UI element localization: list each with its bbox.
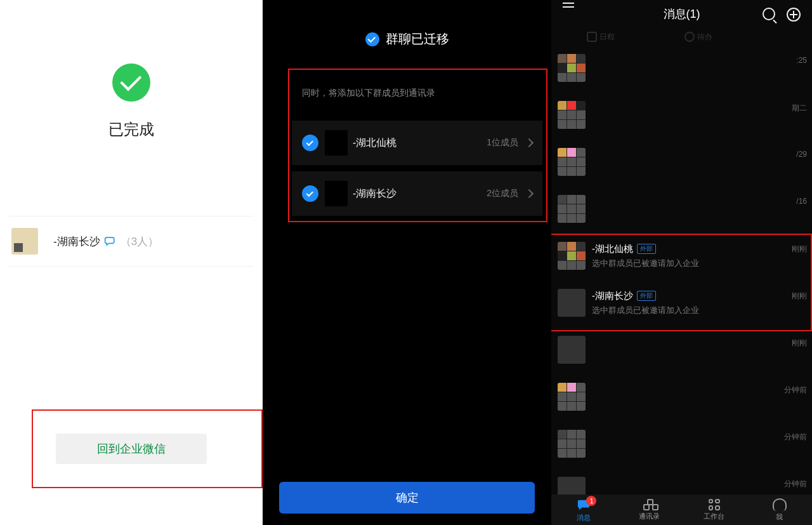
chat-time: 分钟前 — [784, 432, 807, 442]
chat-time: 期二 — [792, 103, 807, 114]
panel-messages: 消息(1) 日程 待办 :25期二/29/16-湖北仙桃外部选中群成员已被邀请加… — [551, 0, 812, 525]
checkbox-on-icon[interactable] — [302, 135, 318, 151]
apps-icon — [709, 499, 720, 510]
chat-time: /16 — [796, 197, 807, 206]
chat-time: 刚刚 — [792, 338, 807, 349]
tab-me[interactable]: 我 — [747, 495, 812, 525]
group-avatar-icon — [558, 54, 586, 82]
migration-hint: 同时，将添加以下群成员到通讯录 — [302, 88, 435, 99]
messages-title: 消息(1) — [664, 6, 700, 22]
tab-todo[interactable]: 待办 — [684, 32, 712, 43]
chat-row[interactable]: 分钟前 — [551, 422, 812, 466]
group-avatar-icon — [558, 383, 586, 411]
chat-row[interactable]: 分钟前 — [551, 469, 812, 495]
bottom-nav: 1 消息 通讯录 工作台 我 — [551, 495, 812, 525]
group-avatar-icon — [558, 101, 586, 129]
completed-title: 已完成 — [108, 119, 154, 140]
migrated-group-row[interactable]: -湖南长沙 （3人） — [9, 216, 254, 267]
group-name: -湖南长沙 — [353, 187, 487, 201]
tab-label: 消息 — [577, 513, 591, 522]
group-avatar-icon — [11, 228, 38, 255]
member-group-row[interactable]: -湖北仙桃1位成员 — [292, 121, 542, 165]
member-group-row[interactable]: -湖南长沙2位成员 — [292, 171, 542, 216]
chat-row[interactable]: 分钟前 — [551, 375, 812, 419]
chevron-right-icon — [525, 138, 534, 147]
contacts-icon — [643, 499, 655, 510]
tab-label: 工作台 — [704, 512, 724, 521]
panel-migration-confirm: 群聊已迁移 同时，将添加以下群成员到通讯录 -湖北仙桃1位成员-湖南长沙2位成员… — [263, 0, 551, 525]
group-avatar-icon — [558, 195, 586, 223]
group-member-count: （3人） — [121, 234, 159, 249]
chat-time: /29 — [796, 150, 807, 159]
group-name: -湖南长沙 — [53, 234, 100, 249]
migration-title: 群聊已迁移 — [386, 30, 449, 48]
group-avatar-icon — [558, 148, 586, 176]
annotation-highlight-box — [551, 234, 812, 331]
member-count: 1位成员 — [487, 137, 518, 149]
tab-workbench[interactable]: 工作台 — [682, 495, 747, 525]
chat-row[interactable]: /16 — [551, 187, 812, 231]
tab-contacts[interactable]: 通讯录 — [617, 495, 682, 525]
unread-badge: 1 — [586, 496, 596, 506]
chat-row[interactable]: /29 — [551, 140, 812, 184]
chat-time: 分钟前 — [784, 479, 807, 489]
search-icon[interactable] — [763, 8, 775, 20]
chevron-right-icon — [525, 189, 534, 198]
group-avatar-icon — [558, 430, 586, 458]
group-name: -湖北仙桃 — [353, 136, 487, 150]
ok-check-icon — [365, 32, 379, 46]
chat-bubble-icon — [104, 235, 117, 248]
profile-icon — [773, 498, 787, 511]
add-icon[interactable] — [787, 8, 801, 22]
avatar — [558, 336, 586, 364]
secondary-tabs: 日程 待办 — [551, 28, 812, 46]
tab-messages[interactable]: 1 消息 — [551, 495, 617, 525]
chat-row[interactable]: :25 — [551, 46, 812, 90]
tab-label: 通讯录 — [639, 512, 660, 521]
chat-row[interactable]: 刚刚 — [551, 328, 812, 372]
chat-time: :25 — [796, 56, 807, 65]
tab-schedule[interactable]: 日程 — [587, 32, 615, 43]
back-to-weCom-button[interactable]: 回到企业微信 — [56, 434, 207, 464]
tab-label: 我 — [776, 512, 783, 522]
avatar — [558, 477, 586, 495]
masked-avatar — [325, 130, 348, 156]
chat-time: 分钟前 — [784, 385, 807, 395]
confirm-button[interactable]: 确定 — [279, 482, 535, 514]
checkbox-on-icon[interactable] — [302, 185, 318, 202]
member-count: 2位成员 — [487, 188, 518, 199]
chat-row[interactable]: 期二 — [551, 93, 812, 137]
panel-completed: 已完成 -湖南长沙 （3人） 回到企业微信 — [0, 0, 263, 525]
success-check-icon — [112, 63, 150, 102]
masked-avatar — [325, 181, 348, 206]
menu-icon[interactable] — [563, 6, 574, 8]
